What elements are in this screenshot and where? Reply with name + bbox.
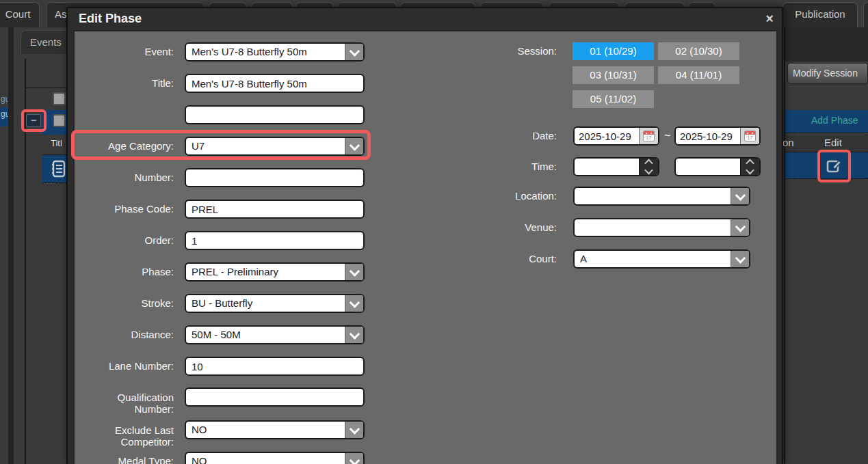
date-from-field: 17 bbox=[573, 126, 659, 146]
chevron-down-icon bbox=[345, 44, 363, 60]
stroke-select[interactable]: BU - Butterfly bbox=[185, 294, 365, 313]
edit-phase-dialog: Edit Phase × Event: Men's U7-8 Butterfly… bbox=[66, 7, 783, 464]
location-select[interactable] bbox=[573, 187, 750, 206]
time-label: Time: bbox=[454, 157, 557, 176]
add-phase-row: Add Phase bbox=[785, 110, 868, 133]
right-panel-header bbox=[785, 27, 868, 62]
tab-court[interactable]: Court bbox=[0, 2, 40, 27]
court-label: Court: bbox=[454, 249, 557, 269]
age-category-select[interactable]: U7 bbox=[185, 137, 365, 156]
session-label: Session: bbox=[454, 42, 557, 60]
exclude-last-competitor-label: Exclude Last Competitor: bbox=[71, 424, 174, 448]
date-label: Date: bbox=[454, 126, 557, 146]
time-to-input[interactable] bbox=[676, 159, 739, 175]
collapse-button[interactable]: − bbox=[26, 114, 41, 127]
chevron-down-icon bbox=[345, 453, 363, 464]
date-range-separator: ~ bbox=[664, 126, 670, 146]
order-input[interactable] bbox=[185, 231, 365, 250]
exclude-last-competitor-value: NO bbox=[192, 422, 207, 438]
app-window: Court As Publication Events gu gu − Titl bbox=[0, 0, 868, 464]
dialog-title: Edit Phase bbox=[79, 12, 142, 26]
lane-number-input[interactable] bbox=[185, 357, 365, 376]
dialog-body bbox=[73, 30, 778, 464]
tab-publication-label: Publication bbox=[783, 3, 857, 26]
distance-value: 50M - 50M bbox=[192, 327, 241, 343]
tab-court-label: Court bbox=[0, 3, 39, 26]
order-label: Order: bbox=[71, 231, 174, 250]
left-panel-divider bbox=[8, 27, 14, 464]
venue-select[interactable] bbox=[573, 218, 750, 237]
distance-label: Distance: bbox=[71, 325, 174, 344]
session-button-01[interactable]: 01 (10/29) bbox=[573, 42, 654, 60]
medal-type-select[interactable]: NO bbox=[185, 452, 365, 464]
column-header-title-partial: Titl bbox=[51, 138, 62, 148]
row-checkbox[interactable] bbox=[53, 92, 66, 105]
session-button-03[interactable]: 03 (10/31) bbox=[573, 66, 654, 84]
add-phase-link[interactable]: Add Phase bbox=[811, 115, 858, 126]
chevron-down-icon bbox=[731, 251, 749, 267]
phase-select[interactable]: PREL - Preliminary bbox=[185, 262, 365, 282]
phase-label: Phase: bbox=[71, 262, 174, 282]
lane-number-label: Lane Number: bbox=[71, 357, 174, 376]
right-panel-border bbox=[784, 27, 785, 464]
time-from-input[interactable] bbox=[575, 159, 637, 175]
stroke-value: BU - Butterfly bbox=[192, 295, 252, 312]
row-checkbox[interactable] bbox=[53, 114, 66, 127]
time-to-spinner[interactable] bbox=[740, 159, 759, 175]
session-button-02[interactable]: 02 (10/30) bbox=[658, 42, 739, 60]
exclude-last-competitor-select[interactable]: NO bbox=[185, 420, 365, 439]
chevron-down-icon bbox=[345, 327, 363, 343]
date-from-input[interactable] bbox=[575, 128, 637, 144]
medal-type-label: Medal Type: bbox=[71, 455, 174, 464]
court-select[interactable]: A bbox=[573, 249, 750, 269]
calendar-icon[interactable]: 17 bbox=[740, 128, 759, 144]
qualification-number-label: Qualification Number: bbox=[71, 392, 174, 415]
session-button-05[interactable]: 05 (11/02) bbox=[573, 90, 654, 108]
qualification-number-input[interactable] bbox=[185, 387, 365, 407]
edit-pencil-icon[interactable] bbox=[826, 157, 843, 174]
court-value: A bbox=[580, 251, 587, 267]
chevron-down-icon bbox=[345, 138, 363, 154]
time-to-field bbox=[674, 157, 761, 176]
event-select[interactable]: Men's U7-8 Butterfly 50m bbox=[185, 42, 365, 62]
phase-list-icon bbox=[51, 160, 66, 178]
number-label: Number: bbox=[71, 168, 174, 187]
tree-item-truncated[interactable]: gu bbox=[1, 94, 8, 104]
subtitle-input[interactable] bbox=[185, 105, 365, 124]
tree-item-selected[interactable]: gu bbox=[0, 107, 8, 126]
close-icon[interactable]: × bbox=[765, 11, 774, 26]
tab-events-label: Events bbox=[30, 36, 62, 48]
date-to-field: 17 bbox=[674, 126, 761, 146]
chevron-down-icon bbox=[345, 295, 363, 312]
medal-type-value: NO bbox=[192, 453, 207, 464]
background-tab[interactable] bbox=[863, 2, 868, 27]
modify-session-button[interactable]: Modify Session bbox=[787, 63, 868, 84]
tab-events[interactable]: Events bbox=[21, 30, 72, 54]
column-header-edit: Edit bbox=[824, 137, 842, 148]
age-category-label: Age Category: bbox=[71, 137, 174, 156]
stroke-label: Stroke: bbox=[71, 294, 174, 313]
event-label: Event: bbox=[71, 42, 174, 62]
session-button-04[interactable]: 04 (11/01) bbox=[658, 66, 739, 84]
phase-code-input[interactable] bbox=[185, 200, 365, 219]
phase-list-row[interactable] bbox=[42, 154, 66, 183]
title-input[interactable] bbox=[185, 74, 365, 93]
date-to-input[interactable] bbox=[676, 128, 739, 144]
venue-label: Venue: bbox=[454, 218, 557, 237]
column-header-partial: on bbox=[782, 137, 794, 148]
chevron-down-icon bbox=[731, 219, 749, 236]
distance-select[interactable]: 50M - 50M bbox=[185, 325, 365, 344]
chevron-down-icon bbox=[731, 188, 749, 204]
age-category-value: U7 bbox=[192, 138, 205, 154]
event-value: Men's U7-8 Butterfly 50m bbox=[192, 44, 307, 60]
chevron-down-icon bbox=[345, 264, 363, 280]
row-separator bbox=[26, 87, 66, 88]
calendar-icon[interactable]: 17 bbox=[639, 128, 658, 144]
location-label: Location: bbox=[454, 187, 557, 206]
title-label: Title: bbox=[71, 74, 174, 93]
time-from-spinner[interactable] bbox=[639, 159, 658, 175]
chevron-down-icon bbox=[345, 422, 363, 438]
number-input[interactable] bbox=[185, 168, 365, 187]
tab-publication[interactable]: Publication bbox=[782, 2, 858, 27]
phase-grid-row bbox=[785, 152, 868, 179]
